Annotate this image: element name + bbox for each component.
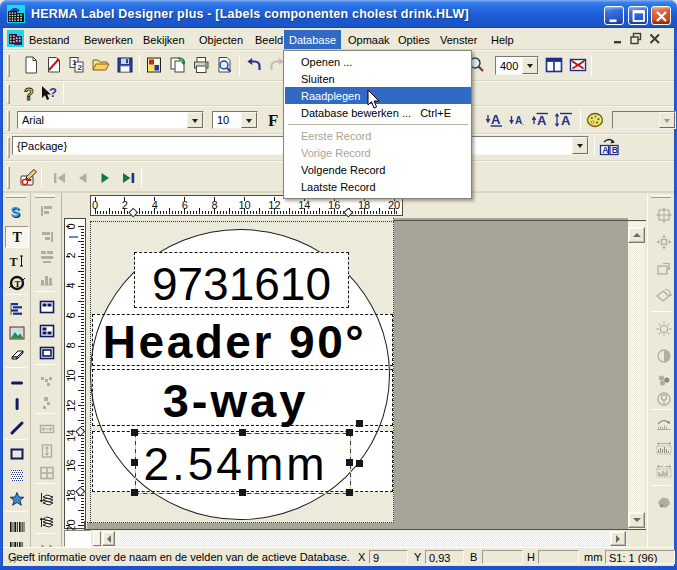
menu-item-laatste-record[interactable]: Laatste Record bbox=[285, 178, 471, 195]
font-family-dropdown-button[interactable] bbox=[187, 112, 203, 128]
menubar-item-venster[interactable]: Venster bbox=[435, 30, 482, 49]
palette-button-tool-circular-text[interactable]: T bbox=[5, 272, 29, 294]
toolbar-button-label-format[interactable] bbox=[143, 54, 165, 76]
menubar-item-bestand[interactable]: Bestand bbox=[24, 30, 74, 49]
close-button[interactable] bbox=[651, 6, 671, 25]
mdi-close-button[interactable] bbox=[647, 31, 663, 46]
menubar-item-opties[interactable]: Opties bbox=[393, 30, 435, 49]
object-handle[interactable] bbox=[356, 460, 364, 468]
font-family-combo[interactable]: Arial bbox=[17, 111, 204, 129]
palette-button-tool-barcode-2[interactable] bbox=[5, 538, 29, 547]
maximize-button[interactable] bbox=[628, 6, 648, 25]
menu-item-sluiten[interactable]: Sluiten bbox=[285, 70, 471, 87]
selection-handle[interactable] bbox=[131, 429, 138, 436]
palette-button-size-width[interactable] bbox=[35, 418, 59, 440]
palette-button-tool-paragraph[interactable] bbox=[5, 298, 29, 320]
palette-button-tool-hline[interactable] bbox=[5, 372, 29, 394]
vscroll-track[interactable] bbox=[628, 222, 645, 529]
vertical-scrollbar[interactable] bbox=[628, 222, 645, 529]
toolbar-grip[interactable] bbox=[7, 166, 10, 189]
menubar-item-database[interactable]: Database bbox=[284, 30, 341, 49]
toolbar-button-page-wizard[interactable]: 12 bbox=[66, 54, 88, 76]
palette-button-align-text-left[interactable] bbox=[35, 200, 59, 222]
hscroll-track[interactable] bbox=[102, 531, 627, 547]
palette-button-tool-star[interactable] bbox=[5, 488, 29, 510]
palette-grip[interactable] bbox=[35, 195, 55, 198]
palette-button-size-height[interactable] bbox=[35, 440, 59, 462]
toolbar-button-duplicate[interactable] bbox=[167, 54, 189, 76]
menubar-item-help[interactable]: Help bbox=[486, 30, 519, 49]
toolbar-button-window-columns[interactable] bbox=[543, 54, 565, 76]
palette-button-tool-text[interactable]: T bbox=[5, 226, 29, 248]
mdi-minimize-button[interactable] bbox=[611, 31, 627, 46]
selection-handle[interactable] bbox=[131, 489, 138, 496]
palette-button-rotate-diamond[interactable] bbox=[652, 285, 676, 307]
font-size-combo[interactable]: 10 bbox=[212, 111, 258, 129]
toolbar-button-bold[interactable]: F bbox=[262, 109, 284, 131]
palette-button-effect-blob[interactable] bbox=[652, 492, 676, 514]
menubar-item-opmaak[interactable]: Opmaak bbox=[343, 30, 395, 49]
menubar-item-bekijken[interactable]: Bekijken bbox=[138, 30, 190, 49]
selection-handle[interactable] bbox=[346, 489, 353, 496]
palette-button-tool-eraser[interactable] bbox=[5, 344, 29, 366]
menubar-item-objecten[interactable]: Objecten bbox=[194, 30, 248, 49]
zoom-dropdown-button[interactable] bbox=[522, 57, 538, 74]
menu-item-openen[interactable]: Openen ... bbox=[285, 53, 471, 70]
text-frame-number[interactable]: 9731610 bbox=[134, 252, 349, 308]
toolbar-button-new-document[interactable] bbox=[20, 54, 42, 76]
palette-button-histogram-arc[interactable] bbox=[652, 414, 676, 436]
toolbar-button-print-preview[interactable] bbox=[214, 54, 236, 76]
hscroll-right-button[interactable] bbox=[610, 531, 626, 546]
toolbar-button-undo[interactable] bbox=[243, 54, 265, 76]
palette-button-contrast[interactable] bbox=[652, 345, 676, 367]
toolbar-button-open[interactable] bbox=[90, 54, 112, 76]
font-size-dropdown-button[interactable] bbox=[241, 112, 257, 128]
toolbar-button-font-size-fit[interactable]: A bbox=[553, 109, 575, 131]
toolbar-button-new-from-template[interactable] bbox=[43, 54, 65, 76]
palette-button-tool-diagonal-line[interactable] bbox=[5, 417, 29, 439]
hscroll-left-button[interactable] bbox=[102, 531, 115, 546]
toolbar-button-last-record[interactable] bbox=[117, 167, 139, 189]
toolbar-button-next-record[interactable] bbox=[94, 167, 116, 189]
palette-button-pattern-b[interactable] bbox=[35, 392, 59, 414]
palette-button-table-header[interactable] bbox=[35, 296, 59, 318]
palette-button-align-text-right[interactable] bbox=[35, 226, 59, 248]
palette-button-align-text-block[interactable] bbox=[35, 246, 59, 268]
selection-handle[interactable] bbox=[346, 429, 353, 436]
palette-button-tool-text-cursor[interactable]: T bbox=[5, 250, 29, 272]
palette-button-text-chart[interactable] bbox=[35, 268, 59, 290]
palette-button-tool-vline[interactable] bbox=[5, 393, 29, 415]
toolbar-button-save[interactable] bbox=[114, 54, 136, 76]
toolbar-grip[interactable] bbox=[7, 84, 10, 104]
hscroll-splitter[interactable] bbox=[93, 531, 101, 546]
toolbar-button-font-size-down[interactable]: A bbox=[484, 109, 506, 131]
toolbar-button-print[interactable] bbox=[190, 54, 212, 76]
selection-handle[interactable] bbox=[239, 429, 246, 436]
palette-button-tool-barcode[interactable] bbox=[5, 516, 29, 538]
palette-button-tool-pattern-box[interactable] bbox=[5, 465, 29, 487]
vscroll-down-button[interactable] bbox=[628, 512, 645, 528]
palette-button-nudge-object[interactable] bbox=[652, 204, 676, 226]
selection-handle[interactable] bbox=[131, 459, 138, 466]
minimize-button[interactable] bbox=[604, 6, 624, 25]
menubar-item-bewerken[interactable]: Bewerken bbox=[79, 30, 138, 49]
toolbar-grip[interactable] bbox=[7, 137, 10, 158]
toolbar-grip[interactable] bbox=[7, 54, 10, 77]
toolbar-button-send-mail[interactable] bbox=[567, 54, 589, 76]
toolbar-button-help[interactable]: ? bbox=[18, 83, 40, 105]
toolbar-button-edit-database[interactable] bbox=[18, 167, 40, 189]
palette-button-table-cells[interactable] bbox=[35, 320, 59, 342]
canvas-viewport[interactable]: Header 90° 3-way 2.54mm 9731610 bbox=[87, 218, 628, 530]
palette-button-extra-tool[interactable] bbox=[35, 538, 59, 547]
zoom-level-combo[interactable]: 400 bbox=[495, 56, 539, 75]
palette-button-size-grid[interactable] bbox=[35, 462, 59, 484]
menu-item-volgende-record[interactable]: Volgende Record bbox=[285, 161, 471, 178]
palette-grip[interactable] bbox=[651, 195, 671, 198]
palette-button-gamma[interactable] bbox=[652, 388, 676, 410]
toolbar-button-color-palette[interactable] bbox=[584, 109, 606, 131]
toolbar-button-font-size-up[interactable]: A bbox=[530, 109, 552, 131]
palette-button-tool-image[interactable] bbox=[5, 322, 29, 344]
selection-handle[interactable] bbox=[346, 459, 353, 466]
selection-handle[interactable] bbox=[239, 489, 246, 496]
toolbar-button-font-size-down-small[interactable]: A. bbox=[507, 109, 529, 131]
